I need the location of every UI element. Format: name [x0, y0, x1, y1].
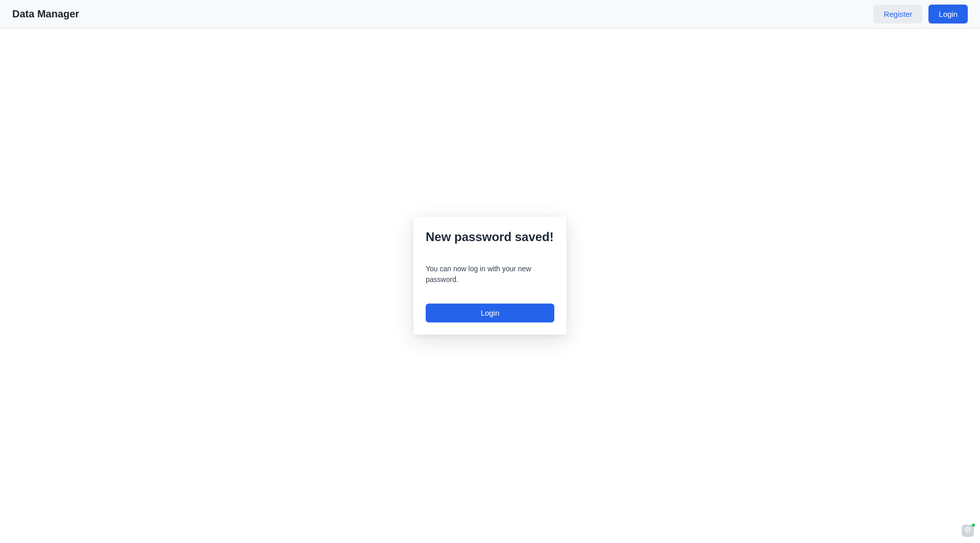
main-content: New password saved! You can now log in w… — [0, 29, 980, 543]
status-dot-icon — [972, 524, 975, 527]
card-text: You can now log in with your new passwor… — [426, 264, 554, 285]
app-brand[interactable]: Data Manager — [12, 8, 79, 20]
register-button[interactable]: Register — [873, 5, 922, 23]
navbar-actions: Register Login — [873, 5, 968, 23]
card-title: New password saved! — [426, 229, 554, 245]
password-saved-card: New password saved! You can now log in w… — [413, 217, 567, 335]
devtools-widget[interactable] — [962, 525, 974, 537]
devtools-icon — [964, 526, 971, 535]
navbar: Data Manager Register Login — [0, 0, 980, 29]
login-button-main[interactable]: Login — [426, 303, 554, 322]
login-button-nav[interactable]: Login — [928, 5, 968, 23]
